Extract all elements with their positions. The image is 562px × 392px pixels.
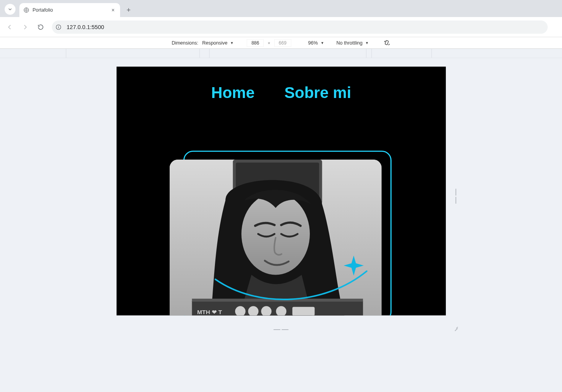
resize-handle-bottom[interactable]: [273, 328, 289, 331]
devtools-device-toolbar: Dimensions: Responsive × 96% No throttli…: [0, 37, 562, 49]
browser-tab[interactable]: Portafolio ×: [19, 3, 120, 17]
svg-rect-3: [58, 26, 58, 26]
close-tab-button[interactable]: ×: [110, 7, 116, 13]
forward-button[interactable]: [19, 21, 32, 34]
device-frame: Home Sobre mi: [110, 67, 453, 326]
zoom-dropdown[interactable]: 96%: [308, 40, 324, 46]
window-menu-button[interactable]: [5, 4, 15, 15]
svg-rect-2: [58, 27, 58, 28]
nav-link-about[interactable]: Sobre mi: [284, 84, 351, 101]
resize-handle-right[interactable]: [454, 189, 457, 204]
viewport-height-input[interactable]: [274, 39, 291, 47]
browser-toolbar: [0, 17, 562, 37]
url-input[interactable]: [67, 24, 222, 30]
chevron-down-icon: [7, 7, 13, 12]
browser-window: Portafolio × + Dimensions: Responsive ×: [0, 0, 562, 392]
throttling-dropdown[interactable]: No throttling: [337, 40, 369, 46]
globe-icon: [23, 7, 29, 13]
site-nav: Home Sobre mi: [116, 78, 446, 108]
sparkle-accent-icon: [344, 256, 364, 276]
rendered-page: Home Sobre mi: [116, 67, 446, 315]
rotate-icon[interactable]: [383, 40, 390, 46]
responsive-preview-stage: Home Sobre mi: [0, 58, 562, 392]
dimensions-mode-dropdown[interactable]: Responsive: [202, 40, 234, 46]
back-button[interactable]: [3, 21, 16, 34]
reload-button[interactable]: [34, 21, 47, 34]
svg-rect-4: [385, 40, 388, 45]
site-info-icon[interactable]: [54, 23, 63, 31]
hero-section: MTH ❤ T: [116, 160, 446, 315]
tab-strip: Portafolio × +: [0, 0, 562, 17]
devtools-ruler: [0, 49, 562, 58]
new-tab-button[interactable]: +: [123, 5, 134, 15]
dimensions-separator: ×: [268, 41, 270, 45]
viewport-width-input[interactable]: [247, 39, 264, 47]
address-bar[interactable]: [52, 21, 548, 34]
tab-title: Portafolio: [33, 7, 110, 13]
dimensions-label: Dimensions:: [172, 40, 198, 46]
resize-handle-corner[interactable]: [453, 326, 458, 331]
profile-photo: MTH ❤ T: [170, 160, 382, 315]
portfolio-site: Home Sobre mi: [116, 67, 446, 315]
nav-link-home[interactable]: Home: [211, 84, 254, 101]
